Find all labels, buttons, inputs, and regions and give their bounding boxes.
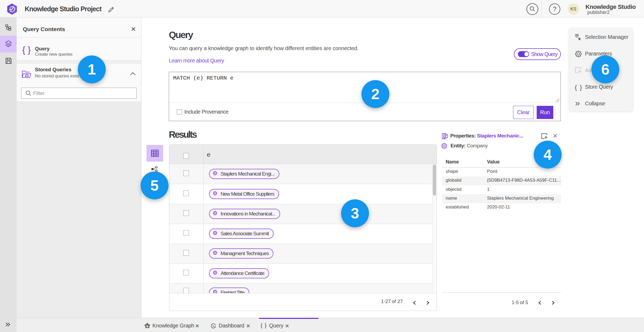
svg-text:?: ?: [553, 5, 556, 13]
